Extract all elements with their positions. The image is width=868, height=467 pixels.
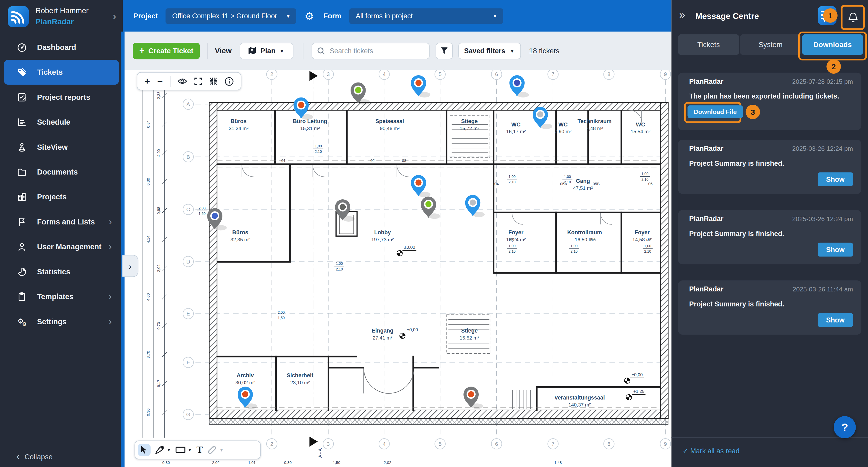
room-label: Speisesaal90,46 m² bbox=[375, 118, 404, 131]
ticket-pin[interactable] bbox=[411, 175, 431, 197]
help-button[interactable]: ? bbox=[834, 416, 856, 438]
sidebar-collapse-button[interactable]: ‹ Collapse bbox=[17, 451, 53, 462]
collapse-panel-icon[interactable]: » bbox=[679, 9, 683, 21]
show-button[interactable]: Show bbox=[817, 243, 853, 257]
gauge-icon bbox=[17, 42, 28, 53]
svg-text:WC: WC bbox=[558, 121, 567, 128]
grid-row-label: A bbox=[183, 99, 193, 110]
info-button[interactable] bbox=[225, 77, 234, 86]
select-cursor-tool[interactable] bbox=[138, 444, 151, 456]
room-label: Lobby197,73 m² bbox=[371, 229, 394, 242]
user-name: Robert Hammer bbox=[35, 7, 89, 15]
notifications-bell-button[interactable] bbox=[841, 5, 865, 30]
zoom-out-button[interactable]: − bbox=[157, 76, 163, 87]
svg-text:0,30: 0,30 bbox=[146, 178, 150, 185]
form-selector[interactable]: All forms in project ▼ bbox=[349, 8, 503, 24]
notification-card: PlanRadar2025-03-26 12:24 pmProject Summ… bbox=[678, 210, 861, 264]
panel-title: Message Centre bbox=[695, 11, 759, 21]
panel-footer: ✓ Mark all as read ? bbox=[672, 437, 868, 467]
svg-text:1: 1 bbox=[582, 101, 584, 106]
ticket-pin[interactable] bbox=[421, 197, 440, 219]
sidebar-item-dashboard[interactable]: Dashboard bbox=[0, 35, 123, 60]
search-input[interactable] bbox=[329, 46, 419, 55]
fit-to-screen-button[interactable] bbox=[209, 77, 218, 85]
svg-text:15,31 m²: 15,31 m² bbox=[300, 125, 320, 131]
tab-downloads[interactable]: Downloads bbox=[802, 34, 863, 55]
room-label: WC16,17 m² bbox=[506, 121, 526, 135]
visibility-eye-button[interactable] bbox=[178, 78, 187, 85]
grid-column-label: 7 bbox=[548, 70, 558, 80]
ticket-pin[interactable] bbox=[350, 83, 370, 105]
svg-text:±0,00: ±0,00 bbox=[404, 244, 415, 250]
zoom-in-button[interactable]: + bbox=[145, 76, 150, 87]
sidebar-item-tickets[interactable]: Tickets bbox=[4, 60, 119, 85]
grid-column-label: 5 bbox=[435, 439, 445, 449]
grid-row-label: E bbox=[183, 309, 193, 319]
svg-text:16,24 m²: 16,24 m² bbox=[506, 237, 526, 242]
chevron-right-icon: › bbox=[109, 216, 112, 228]
saved-filters-dropdown[interactable]: Saved filters ▼ bbox=[458, 42, 521, 59]
measure-tool[interactable]: ▼ bbox=[207, 445, 224, 455]
sidebar-item-project-reports[interactable]: Project reports bbox=[0, 85, 123, 110]
account-header[interactable]: Robert Hammer PlanRadar › bbox=[0, 0, 123, 33]
sidebar-item-documents[interactable]: Documents bbox=[0, 159, 123, 184]
search-tickets-field[interactable] bbox=[311, 42, 429, 59]
svg-text:Archiv: Archiv bbox=[237, 372, 254, 379]
svg-text:Eingang: Eingang bbox=[371, 328, 393, 334]
svg-text:02: 02 bbox=[370, 158, 375, 163]
ticket-pin[interactable] bbox=[463, 386, 483, 409]
svg-text:1,00: 1,00 bbox=[564, 175, 571, 179]
plan-settings-gear-icon[interactable]: ⚙ bbox=[305, 10, 314, 22]
svg-text:9: 9 bbox=[664, 71, 667, 77]
svg-text:14,58 m²: 14,58 m² bbox=[632, 237, 652, 242]
show-button[interactable]: Show bbox=[817, 172, 853, 186]
shape-tool[interactable]: ▼ bbox=[176, 446, 192, 453]
svg-text:2,10: 2,10 bbox=[336, 267, 343, 271]
create-ticket-button[interactable]: + Create Ticket bbox=[133, 42, 200, 59]
plan-canvas[interactable]: ABCDEFG2233445566778899 A - A bbox=[125, 70, 672, 467]
fullscreen-button[interactable] bbox=[194, 77, 202, 85]
tab-system[interactable]: System bbox=[740, 34, 801, 55]
sidebar-item-forms-and-lists[interactable]: Forms and Lists› bbox=[0, 209, 123, 234]
sidebar-item-schedule[interactable]: Schedule bbox=[0, 110, 123, 135]
ticket-pin[interactable] bbox=[335, 199, 355, 222]
svg-text:1,00: 1,00 bbox=[336, 261, 343, 266]
sidebar-item-statistics[interactable]: Statistics bbox=[0, 259, 123, 284]
filter-button[interactable] bbox=[435, 42, 452, 59]
svg-text:⚙: ⚙ bbox=[22, 321, 27, 327]
sidebar-item-user-management[interactable]: User Management› bbox=[0, 234, 123, 259]
tab-tickets[interactable]: Tickets bbox=[678, 34, 739, 55]
pen-tool[interactable]: ▼ bbox=[155, 445, 171, 454]
notification-message: Project Summary is finished. bbox=[689, 159, 784, 167]
floor-plan[interactable]: ABCDEFG2233445566778899 A - A bbox=[125, 70, 672, 467]
svg-text:7,90 m²: 7,90 m² bbox=[555, 129, 572, 134]
text-tool[interactable]: T bbox=[196, 444, 203, 456]
sidebar-item-projects[interactable]: Projects bbox=[0, 185, 123, 209]
grid-column-label: 2 bbox=[267, 439, 277, 449]
ticket-pin[interactable] bbox=[238, 386, 257, 409]
show-button[interactable]: Show bbox=[817, 313, 853, 327]
mark-all-read-link[interactable]: ✓ Mark all as read bbox=[683, 446, 739, 455]
svg-text:±0,00: ±0,00 bbox=[632, 372, 643, 377]
svg-text:16,50 m²: 16,50 m² bbox=[575, 237, 595, 242]
svg-text:Speisesaal: Speisesaal bbox=[375, 118, 404, 124]
ticket-pin[interactable] bbox=[509, 75, 529, 97]
project-selector[interactable]: Office Complex 11 > Ground Floor ▼ bbox=[165, 8, 296, 24]
sidebar-item-settings[interactable]: ⚙⚙Settings› bbox=[0, 309, 123, 334]
sidebar-item-templates[interactable]: Templates› bbox=[0, 284, 123, 309]
svg-text:2,10: 2,10 bbox=[509, 249, 516, 254]
download-file-button[interactable]: Download File bbox=[687, 105, 743, 118]
project-label: Project bbox=[133, 12, 158, 20]
svg-text:2,10: 2,10 bbox=[642, 177, 648, 181]
chevron-left-icon: ‹ bbox=[17, 451, 20, 462]
ticket-pin[interactable] bbox=[411, 75, 431, 97]
ticket-pin[interactable] bbox=[465, 195, 485, 217]
sidebar-item-siteview[interactable]: SiteView bbox=[0, 135, 123, 159]
svg-text:Gang: Gang bbox=[576, 178, 590, 184]
plan-draw-toolbar: ▼ ▼ T ▼ bbox=[134, 441, 261, 460]
chevron-right-icon[interactable]: › bbox=[113, 10, 116, 23]
view-mode-dropdown[interactable]: Plan ▼ bbox=[240, 42, 293, 59]
plus-icon: + bbox=[139, 46, 145, 56]
expand-panel-tab[interactable]: › bbox=[122, 255, 138, 277]
svg-text:32,35 m²: 32,35 m² bbox=[230, 237, 250, 242]
